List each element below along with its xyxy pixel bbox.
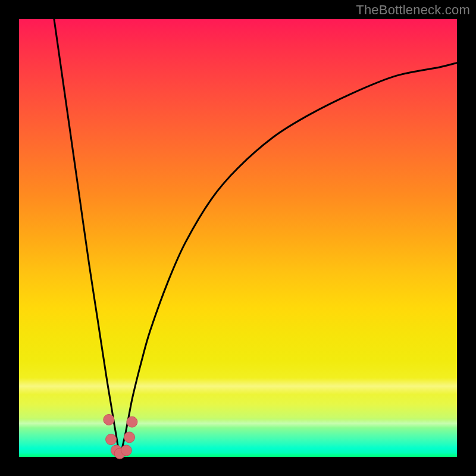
marker-point xyxy=(124,432,134,443)
watermark-text: TheBottleneck.com xyxy=(356,2,470,18)
chart-svg xyxy=(19,19,457,457)
marker-group xyxy=(104,414,137,459)
bottleneck-curve xyxy=(54,19,457,453)
marker-point xyxy=(127,416,137,427)
marker-point xyxy=(121,445,131,456)
marker-point xyxy=(106,434,117,445)
marker-point xyxy=(104,414,114,425)
chart-frame: TheBottleneck.com xyxy=(0,0,476,476)
